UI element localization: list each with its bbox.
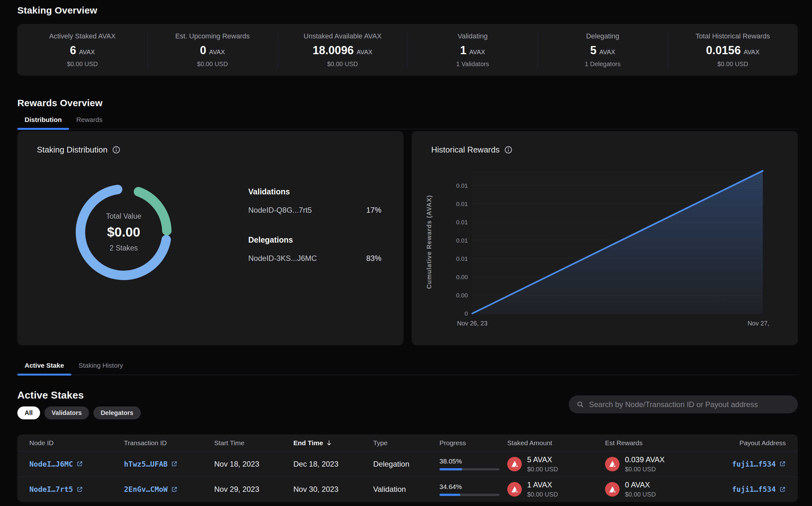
staked-amount-cell: 5 AVAX $0.00 USD xyxy=(507,455,605,473)
historical-rewards-panel: Historical Rewards Cumulative Rewards (A… xyxy=(412,131,798,345)
svg-text:0.00: 0.00 xyxy=(456,274,468,280)
active-stakes-table: Node ID Transaction ID Start Time End Ti… xyxy=(17,434,798,502)
svg-text:0.01: 0.01 xyxy=(456,256,468,262)
node-id-cell: NodeI…J6MC xyxy=(29,460,124,469)
progress-percent: 34.64% xyxy=(439,483,507,491)
end-time-cell: Nov 30, 2023 xyxy=(293,485,373,494)
page-title: Staking Overview xyxy=(17,5,798,16)
progress-cell: 38.05% xyxy=(439,457,507,471)
search-input[interactable] xyxy=(589,400,790,409)
rewards-tabs: Distribution Rewards xyxy=(17,116,798,129)
tx-id-link[interactable]: hTwz5…UFAB xyxy=(124,460,178,468)
stat-label: Delegating xyxy=(586,32,619,40)
stake-filters: All Validators Delegators xyxy=(17,406,141,419)
tx-id-cell: hTwz5…UFAB xyxy=(124,460,214,469)
validation-pct: 17% xyxy=(366,206,382,215)
delegations-heading: Delegations xyxy=(248,235,382,245)
filter-delegators[interactable]: Delegators xyxy=(93,406,140,419)
stat-value: 5 xyxy=(590,44,597,57)
est-rewards-cell: 0 AVAX $0.00 USD xyxy=(605,481,703,498)
svg-text:0.01: 0.01 xyxy=(456,201,468,207)
stat-label: Est. Upcoming Rewards xyxy=(176,32,250,40)
col-node-id[interactable]: Node ID xyxy=(29,439,124,447)
col-progress[interactable]: Progress xyxy=(439,439,507,447)
stat-label: Actively Staked AVAX xyxy=(49,32,116,40)
rewards-usd: $0.00 USD xyxy=(625,491,656,498)
col-end-time[interactable]: End Time xyxy=(293,439,373,447)
node-id-cell: NodeI…7rt5 xyxy=(29,485,124,494)
info-icon[interactable] xyxy=(504,146,512,154)
col-payout-address[interactable]: Payout Address xyxy=(703,439,786,447)
external-link-icon xyxy=(76,460,83,467)
tab-staking-history[interactable]: Staking History xyxy=(71,362,130,374)
staking-distribution-donut: Total Value $0.00 2 Stakes xyxy=(75,183,173,281)
stat-suffix: AVAX xyxy=(79,49,95,56)
payout-address-link[interactable]: fuji1…f534 xyxy=(732,485,786,493)
donut-center-label: Total Value xyxy=(106,212,141,221)
distribution-list: Validations NodeID-Q8G...7rt5 17% Delega… xyxy=(248,187,382,283)
tab-active-stake[interactable]: Active Stake xyxy=(17,362,71,374)
progress-bar xyxy=(439,468,499,471)
stat-delegating: Delegating 5AVAX 1 Delegators xyxy=(538,32,668,68)
table-body: NodeI…J6MC hTwz5…UFAB Nov 18, 2023 Dec 1… xyxy=(17,451,798,502)
stake-tabs: Active Stake Staking History xyxy=(17,362,798,375)
type-cell: Validation xyxy=(373,485,439,494)
stat-upcoming-rewards: Est. Upcoming Rewards 0AVAX $0.00 USD xyxy=(147,32,277,68)
stat-sub: $0.00 USD xyxy=(67,61,98,68)
staked-amount: 1 AVAX xyxy=(527,481,558,489)
payout-address-cell: fuji1…f534 xyxy=(732,460,786,469)
filter-validators[interactable]: Validators xyxy=(45,406,89,419)
active-stakes-title: Active Stakes xyxy=(17,390,141,401)
type-cell: Delegation xyxy=(373,460,439,469)
progress-percent: 38.05% xyxy=(439,457,507,465)
stat-suffix: AVAX xyxy=(209,49,225,56)
node-id-link[interactable]: NodeI…J6MC xyxy=(29,460,83,468)
stat-sub: $0.00 USD xyxy=(327,61,358,68)
node-id-link[interactable]: NodeI…7rt5 xyxy=(29,485,83,493)
tab-distribution[interactable]: Distribution xyxy=(17,116,69,129)
external-link-icon xyxy=(171,460,178,467)
tab-rewards[interactable]: Rewards xyxy=(69,116,110,129)
svg-text:0.01: 0.01 xyxy=(456,237,468,244)
staking-overview-stats: Actively Staked AVAX 6AVAX $0.00 USD Est… xyxy=(17,24,798,76)
sort-desc-icon xyxy=(326,439,333,446)
stat-unstaked-available: Unstaked Available AVAX 18.0096AVAX $0.0… xyxy=(278,32,408,68)
filter-all[interactable]: All xyxy=(17,406,40,419)
tx-id-link[interactable]: 2EnGv…CMoW xyxy=(124,485,178,493)
progress-bar xyxy=(439,494,499,496)
staking-distribution-panel: Staking Distribution Total Value $0.00 2… xyxy=(17,131,403,345)
external-link-icon xyxy=(76,486,83,493)
col-type[interactable]: Type xyxy=(373,439,439,447)
validation-item: NodeID-Q8G...7rt5 17% xyxy=(248,206,382,215)
rewards-amount: 0 AVAX xyxy=(625,481,656,489)
stat-label: Unstaked Available AVAX xyxy=(303,32,382,40)
col-transaction-id[interactable]: Transaction ID xyxy=(124,439,214,447)
rewards-overview-title: Rewards Overview xyxy=(17,98,798,108)
stat-value: 0.0156 xyxy=(706,44,741,57)
table-row: NodeI…7rt5 2EnGv…CMoW Nov 29, 2023 Nov 3… xyxy=(17,477,798,502)
stat-validating: Validating 1AVAX 1 Validators xyxy=(408,32,538,68)
rewards-usd: $0.00 USD xyxy=(625,466,665,473)
stat-value: 1 xyxy=(460,44,466,57)
stat-label: Validating xyxy=(458,32,488,40)
start-time-cell: Nov 29, 2023 xyxy=(214,485,293,494)
col-staked-amount[interactable]: Staked Amount xyxy=(507,439,605,447)
stat-label: Total Historical Rewards xyxy=(696,32,770,40)
stat-actively-staked: Actively Staked AVAX 6AVAX $0.00 USD xyxy=(17,32,147,68)
donut-center: Total Value $0.00 2 Stakes xyxy=(75,183,173,281)
external-link-icon xyxy=(779,460,786,467)
avax-logo-icon xyxy=(507,482,522,497)
svg-text:0.01: 0.01 xyxy=(456,219,468,226)
stake-search[interactable] xyxy=(569,396,798,413)
stat-sub: $0.00 USD xyxy=(717,61,748,68)
tx-id-cell: 2EnGv…CMoW xyxy=(124,485,214,494)
col-est-rewards[interactable]: Est Rewards xyxy=(605,439,703,447)
progress-cell: 34.64% xyxy=(439,483,507,496)
payout-address-link[interactable]: fuji1…f534 xyxy=(732,460,786,468)
est-rewards-cell: 0.039 AVAX $0.00 USD xyxy=(605,455,703,473)
info-icon[interactable] xyxy=(112,146,120,154)
svg-text:0.01: 0.01 xyxy=(456,182,468,189)
avax-logo-icon xyxy=(605,482,620,497)
stat-sub: 1 Validators xyxy=(456,61,489,68)
col-start-time[interactable]: Start Time xyxy=(214,439,293,447)
